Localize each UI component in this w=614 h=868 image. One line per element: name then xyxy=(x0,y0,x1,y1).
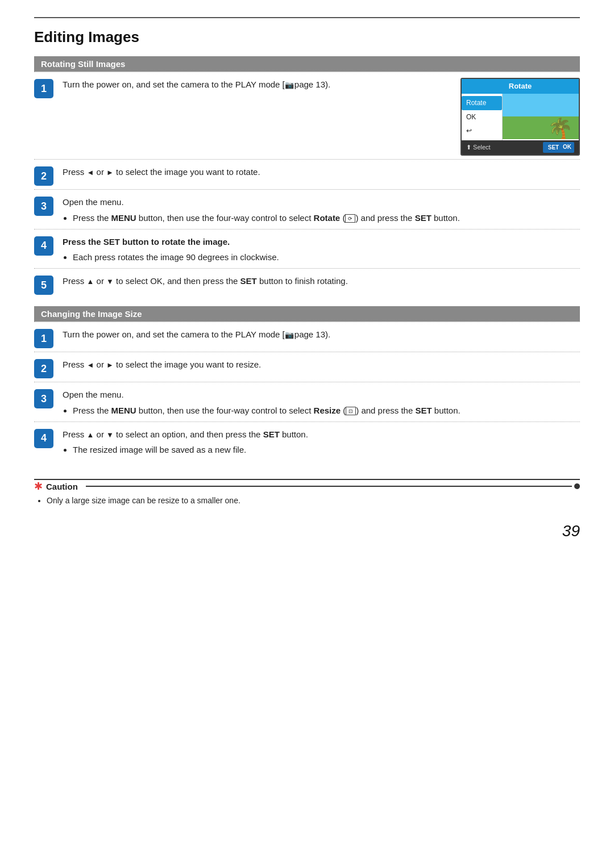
step-number-3b: 3 xyxy=(34,389,53,408)
step-3b-bullets: Press the MENU button, then use the four… xyxy=(73,404,580,417)
rotate-icon: ⟳ xyxy=(345,214,355,223)
step-3-bullets: Press the MENU button, then use the four… xyxy=(73,211,580,224)
step-3-content: Open the menu. Press the MENU button, th… xyxy=(63,195,580,226)
arrow-left-icon: ◄ xyxy=(87,168,94,177)
book-icon-2: 📷 xyxy=(285,329,294,341)
step-2b-content: Press ◄ or ► to select the image you wan… xyxy=(63,358,580,371)
list-item: Press the MENU button, then use the four… xyxy=(73,211,580,224)
arrow-right-icon: ► xyxy=(106,168,114,177)
cam-palm: 🌴 xyxy=(547,119,573,139)
step-number-1b: 1 xyxy=(34,329,53,348)
list-item: Press the MENU button, then use the four… xyxy=(73,404,580,417)
caution-section: ✱ Caution Only a large size image can be… xyxy=(34,479,580,505)
resize-icon: ⊡ xyxy=(346,407,356,415)
step-4-content: Press the SET button to rotate the image… xyxy=(63,235,580,265)
list-item: Only a large size image can be resize to… xyxy=(47,496,580,505)
arrow-up-icon-2: ▲ xyxy=(87,431,94,439)
arrow-down-icon: ▼ xyxy=(106,277,114,286)
page-title: Editing Images xyxy=(34,28,580,46)
top-rule xyxy=(34,17,580,18)
step-number-2: 2 xyxy=(34,166,53,186)
cam-title-bar: Rotate xyxy=(462,79,579,94)
list-item: Each press rotates the image 90 degrees … xyxy=(73,251,580,264)
step-3b-content: Open the menu. Press the MENU button, th… xyxy=(63,388,580,418)
step-4-bullets: Each press rotates the image 90 degrees … xyxy=(73,251,580,264)
step-4b-bullets: The resized image will be saved as a new… xyxy=(73,443,580,456)
section-header-resizing: Changing the Image Size xyxy=(34,306,580,322)
step-row: 2 Press ◄ or ► to select the image you w… xyxy=(34,159,580,189)
page-number: 39 xyxy=(34,522,580,540)
step-row: 5 Press ▲ or ▼ to select OK, and then pr… xyxy=(34,268,580,298)
resizing-section: Changing the Image Size 1 Turn the power… xyxy=(34,306,580,461)
arrow-right-icon-2: ► xyxy=(106,361,114,369)
step-row: 3 Open the menu. Press the MENU button, … xyxy=(34,382,580,422)
step-number-1: 1 xyxy=(34,79,53,98)
step-row: 3 Open the menu. Press the MENU button, … xyxy=(34,189,580,229)
step-2-content: Press ◄ or ► to select the image you wan… xyxy=(63,165,580,178)
cam-menu-ok: OK xyxy=(462,110,502,124)
caution-rule xyxy=(86,486,572,487)
arrow-left-icon-2: ◄ xyxy=(87,361,94,369)
cam-bottom-bar: ⬆ Select SET OK xyxy=(462,140,579,155)
step-1-text: Turn the power on, and set the camera to… xyxy=(63,78,450,91)
cam-scene: 🌴 xyxy=(503,94,579,139)
caution-content: Only a large size image can be resize to… xyxy=(34,496,580,505)
caution-dot xyxy=(574,483,580,489)
cam-body: Rotate OK ↩ 🌴 xyxy=(462,94,579,140)
step-1-content: Turn the power on, and set the camera to… xyxy=(63,78,580,156)
section-header-rotating: Rotating Still Images xyxy=(34,56,580,72)
step-number-3: 3 xyxy=(34,197,53,216)
arrow-up-icon: ▲ xyxy=(87,277,94,286)
arrow-down-icon-2: ▼ xyxy=(106,431,114,439)
step-4b-content: Press ▲ or ▼ to select an option, and th… xyxy=(63,428,580,458)
step-number-4: 4 xyxy=(34,236,53,256)
step-row: 1 Turn the power on, and set the camera … xyxy=(34,322,580,352)
camera-screen-image: Rotate Rotate OK ↩ 🌴 ⬆ xyxy=(460,78,580,156)
cam-menu: Rotate OK ↩ xyxy=(462,94,503,140)
cam-menu-rotate: Rotate xyxy=(462,96,502,110)
cam-menu-back: ↩ xyxy=(462,124,502,138)
step-row: 4 Press ▲ or ▼ to select an option, and … xyxy=(34,422,580,461)
step-row: 2 Press ◄ or ► to select the image you w… xyxy=(34,352,580,382)
step-row: 4 Press the SET button to rotate the ima… xyxy=(34,229,580,269)
book-icon: 📷 xyxy=(285,80,294,91)
cam-select-label: ⬆ Select xyxy=(466,143,491,152)
rotating-section: Rotating Still Images 1 Turn the power o… xyxy=(34,56,580,298)
step-row: 1 Turn the power on, and set the camera … xyxy=(34,72,580,159)
step-number-5: 5 xyxy=(34,276,53,295)
list-item: The resized image will be saved as a new… xyxy=(73,443,580,456)
caution-label: Caution xyxy=(46,482,82,491)
camera-screen: Rotate Rotate OK ↩ 🌴 ⬆ xyxy=(460,78,580,156)
cam-ok-btn: SET OK xyxy=(543,142,574,153)
step-number-4b: 4 xyxy=(34,429,53,448)
caution-icon: ✱ xyxy=(34,480,43,493)
caution-header: ✱ Caution xyxy=(34,480,580,493)
step-1b-content: Turn the power on, and set the camera to… xyxy=(63,328,580,341)
step-5-content: Press ▲ or ▼ to select OK, and then pres… xyxy=(63,274,580,287)
step-number-2b: 2 xyxy=(34,359,53,378)
